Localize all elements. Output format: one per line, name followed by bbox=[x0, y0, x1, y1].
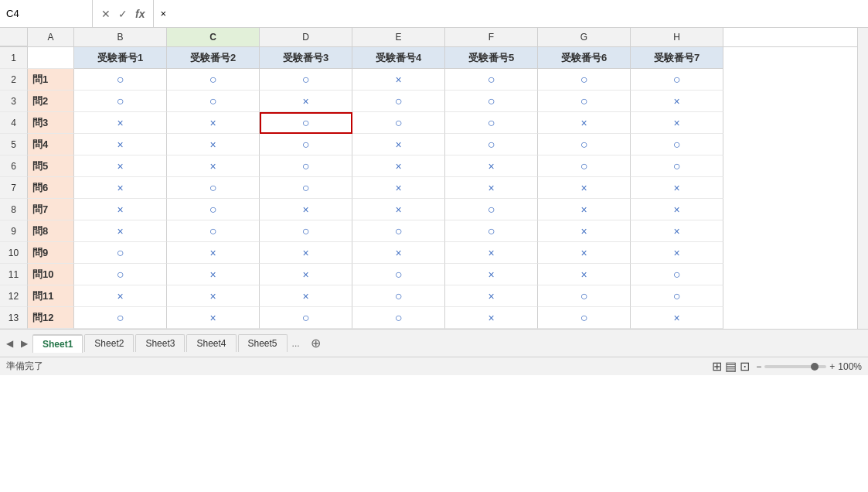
cell-A6[interactable]: 問5 bbox=[28, 155, 74, 177]
row-header-13[interactable]: 13 bbox=[0, 307, 28, 329]
cell-E3[interactable]: ○ bbox=[352, 91, 445, 112]
cell-H2[interactable]: ○ bbox=[631, 69, 723, 91]
cell-G12[interactable]: ○ bbox=[538, 285, 631, 307]
tab-add[interactable]: ⊕ bbox=[305, 334, 327, 352]
cell-E5[interactable]: × bbox=[352, 134, 445, 155]
cell-G8[interactable]: × bbox=[538, 199, 631, 220]
cell-H10[interactable]: × bbox=[631, 242, 723, 264]
cell-D10[interactable]: × bbox=[260, 242, 352, 264]
cell-A4[interactable]: 問3 bbox=[28, 112, 74, 134]
cell-B8[interactable]: × bbox=[74, 199, 167, 220]
cell-D7[interactable]: ○ bbox=[260, 177, 352, 199]
cell-E6[interactable]: × bbox=[352, 155, 445, 177]
cell-D1[interactable]: 受験番号3 bbox=[260, 47, 352, 69]
cell-G1[interactable]: 受験番号6 bbox=[538, 47, 631, 69]
cancel-icon[interactable]: ✕ bbox=[99, 8, 113, 20]
zoom-slider[interactable] bbox=[764, 365, 826, 368]
cell-H6[interactable]: ○ bbox=[631, 155, 723, 177]
row-header-10[interactable]: 10 bbox=[0, 242, 28, 264]
cell-A13[interactable]: 問12 bbox=[28, 307, 74, 329]
cell-E12[interactable]: ○ bbox=[352, 285, 445, 307]
cell-D13[interactable]: ○ bbox=[260, 307, 352, 329]
normal-view-icon[interactable]: ⊞ bbox=[712, 359, 722, 374]
cell-D4[interactable]: ○ bbox=[260, 112, 352, 134]
col-header-e[interactable]: E bbox=[352, 28, 445, 46]
cell-C10[interactable]: × bbox=[167, 242, 260, 264]
row-header-3[interactable]: 3 bbox=[0, 91, 28, 112]
confirm-icon[interactable]: ✓ bbox=[116, 8, 130, 20]
row-header-1[interactable]: 1 bbox=[0, 47, 28, 69]
col-header-h[interactable]: H bbox=[631, 28, 723, 46]
cell-F6[interactable]: × bbox=[445, 155, 538, 177]
cell-B13[interactable]: ○ bbox=[74, 307, 167, 329]
name-box[interactable]: C4 bbox=[0, 0, 93, 27]
cell-G9[interactable]: × bbox=[538, 220, 631, 242]
tab-scroll-right[interactable]: ▶ bbox=[18, 338, 31, 349]
cell-H4[interactable]: × bbox=[631, 112, 723, 134]
cell-F4[interactable]: ○ bbox=[445, 112, 538, 134]
cell-E13[interactable]: ○ bbox=[352, 307, 445, 329]
row-header-6[interactable]: 6 bbox=[0, 155, 28, 177]
cell-H7[interactable]: × bbox=[631, 177, 723, 199]
cell-B12[interactable]: × bbox=[74, 285, 167, 307]
tab-sheet2[interactable]: Sheet2 bbox=[84, 334, 134, 352]
cell-A2[interactable]: 問1 bbox=[28, 69, 74, 91]
cell-C11[interactable]: × bbox=[167, 264, 260, 285]
cell-G7[interactable]: × bbox=[538, 177, 631, 199]
col-header-b[interactable]: B bbox=[74, 28, 167, 46]
cell-A5[interactable]: 問4 bbox=[28, 134, 74, 155]
cell-D5[interactable]: ○ bbox=[260, 134, 352, 155]
cell-F7[interactable]: × bbox=[445, 177, 538, 199]
cell-E8[interactable]: × bbox=[352, 199, 445, 220]
cell-A10[interactable]: 問9 bbox=[28, 242, 74, 264]
cell-D8[interactable]: × bbox=[260, 199, 352, 220]
cell-D6[interactable]: ○ bbox=[260, 155, 352, 177]
row-header-4[interactable]: 4 bbox=[0, 112, 28, 134]
cell-C6[interactable]: × bbox=[167, 155, 260, 177]
col-header-f[interactable]: F bbox=[445, 28, 538, 46]
scrollbar-vertical[interactable] bbox=[857, 28, 868, 329]
tab-sheet3[interactable]: Sheet3 bbox=[135, 334, 185, 352]
cell-H9[interactable]: × bbox=[631, 220, 723, 242]
page-layout-icon[interactable]: ▤ bbox=[725, 359, 737, 374]
zoom-out-icon[interactable]: − bbox=[756, 361, 761, 372]
cell-A1[interactable] bbox=[28, 47, 74, 69]
cell-E4[interactable]: ○ bbox=[352, 112, 445, 134]
col-header-c[interactable]: C bbox=[167, 28, 260, 46]
cell-G4[interactable]: × bbox=[538, 112, 631, 134]
col-header-g[interactable]: G bbox=[538, 28, 631, 46]
tab-ellipsis[interactable]: ... bbox=[289, 338, 303, 349]
cell-A11[interactable]: 問10 bbox=[28, 264, 74, 285]
cell-F10[interactable]: × bbox=[445, 242, 538, 264]
cell-G5[interactable]: ○ bbox=[538, 134, 631, 155]
row-header-12[interactable]: 12 bbox=[0, 285, 28, 307]
cell-F11[interactable]: × bbox=[445, 264, 538, 285]
cell-C4[interactable]: × bbox=[167, 112, 260, 134]
cell-B11[interactable]: ○ bbox=[74, 264, 167, 285]
row-header-7[interactable]: 7 bbox=[0, 177, 28, 199]
cell-B4[interactable]: × bbox=[74, 112, 167, 134]
cell-A3[interactable]: 問2 bbox=[28, 91, 74, 112]
cell-F5[interactable]: ○ bbox=[445, 134, 538, 155]
cell-H3[interactable]: × bbox=[631, 91, 723, 112]
cell-H13[interactable]: × bbox=[631, 307, 723, 329]
cell-F2[interactable]: ○ bbox=[445, 69, 538, 91]
cell-D3[interactable]: × bbox=[260, 91, 352, 112]
cell-E11[interactable]: ○ bbox=[352, 264, 445, 285]
cell-C8[interactable]: ○ bbox=[167, 199, 260, 220]
cell-B5[interactable]: × bbox=[74, 134, 167, 155]
row-header-11[interactable]: 11 bbox=[0, 264, 28, 285]
cell-E10[interactable]: × bbox=[352, 242, 445, 264]
cell-F1[interactable]: 受験番号5 bbox=[445, 47, 538, 69]
cell-H12[interactable]: ○ bbox=[631, 285, 723, 307]
tab-sheet5[interactable]: Sheet5 bbox=[238, 334, 288, 352]
cell-A9[interactable]: 問8 bbox=[28, 220, 74, 242]
row-header-8[interactable]: 8 bbox=[0, 199, 28, 220]
cell-H1[interactable]: 受験番号7 bbox=[631, 47, 723, 69]
cell-B2[interactable]: ○ bbox=[74, 69, 167, 91]
cell-D2[interactable]: ○ bbox=[260, 69, 352, 91]
cell-G11[interactable]: × bbox=[538, 264, 631, 285]
cell-C1[interactable]: 受験番号2 bbox=[167, 47, 260, 69]
cell-C9[interactable]: ○ bbox=[167, 220, 260, 242]
cell-H5[interactable]: ○ bbox=[631, 134, 723, 155]
